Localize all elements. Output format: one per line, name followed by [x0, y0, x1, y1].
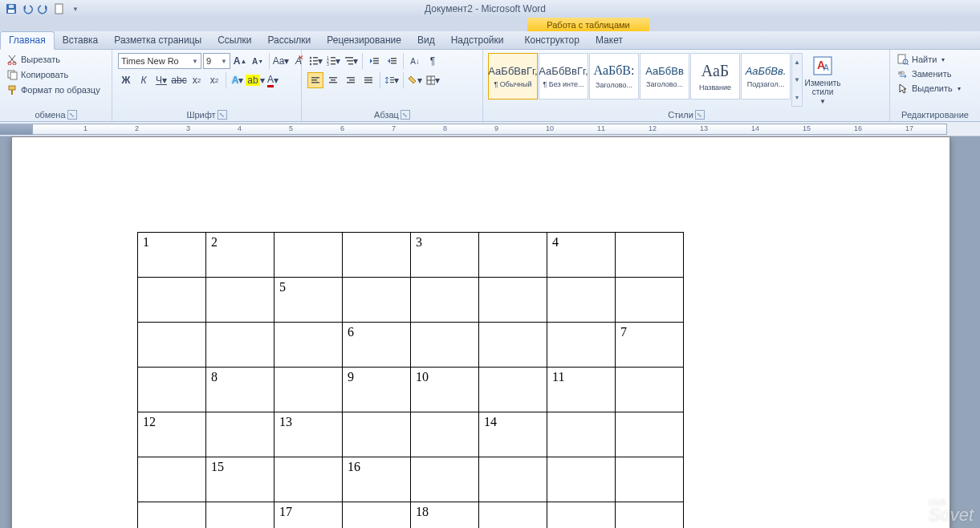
- align-right-button[interactable]: [343, 72, 359, 88]
- text-effects-button[interactable]: A▾: [230, 72, 246, 88]
- table-cell[interactable]: [411, 412, 479, 457]
- table-cell[interactable]: [274, 323, 343, 368]
- undo-icon[interactable]: [21, 2, 34, 15]
- redo-icon[interactable]: [37, 2, 50, 15]
- change-styles-button[interactable]: AA Изменить стили ▼: [804, 51, 841, 108]
- table-cell[interactable]: [479, 368, 547, 412]
- crossword-table[interactable]: 123456789101112131415161718: [137, 232, 684, 528]
- tab-references[interactable]: Ссылки: [209, 32, 259, 49]
- table-cell[interactable]: [138, 457, 206, 502]
- table-cell[interactable]: [343, 278, 411, 323]
- table-cell[interactable]: [547, 502, 616, 529]
- align-left-button[interactable]: [307, 72, 323, 88]
- format-painter-button[interactable]: Формат по образцу: [5, 83, 102, 96]
- table-cell[interactable]: 9: [343, 368, 411, 412]
- table-cell[interactable]: [547, 323, 616, 368]
- select-button[interactable]: Выделить▾: [896, 82, 962, 95]
- tab-page-layout[interactable]: Разметка страницы: [106, 32, 209, 49]
- save-icon[interactable]: [5, 2, 18, 15]
- table-cell[interactable]: 5: [274, 278, 343, 323]
- table-cell[interactable]: [547, 412, 616, 457]
- table-cell[interactable]: [479, 502, 547, 529]
- table-cell[interactable]: [138, 278, 206, 323]
- table-cell[interactable]: [411, 278, 479, 323]
- numbering-button[interactable]: 123▾: [325, 53, 341, 69]
- table-cell[interactable]: [616, 278, 684, 323]
- shrink-font-button[interactable]: A▼: [250, 53, 266, 69]
- table-cell[interactable]: 12: [138, 412, 206, 457]
- table-cell[interactable]: 18: [411, 502, 479, 529]
- shading-button[interactable]: ▾: [407, 72, 423, 88]
- strikethrough-button[interactable]: abc: [171, 72, 187, 88]
- superscript-button[interactable]: x2: [206, 72, 222, 88]
- page[interactable]: 123456789101112131415161718: [11, 136, 950, 528]
- qat-dropdown-icon[interactable]: ▼: [69, 2, 82, 15]
- tab-table-layout[interactable]: Макет: [588, 32, 631, 49]
- grow-font-button[interactable]: A▲: [232, 53, 248, 69]
- highlight-button[interactable]: ab▾: [247, 72, 263, 88]
- table-cell[interactable]: 17: [274, 502, 343, 529]
- table-cell[interactable]: [616, 412, 684, 457]
- tab-mailings[interactable]: Рассылки: [259, 32, 319, 49]
- cut-button[interactable]: Вырезать: [5, 53, 102, 66]
- table-cell[interactable]: 6: [343, 323, 411, 368]
- style-no-spacing[interactable]: АаБбВвГг,¶ Без инте...: [539, 53, 588, 100]
- clipboard-launcher[interactable]: ⤡: [67, 110, 77, 120]
- table-cell[interactable]: 8: [206, 368, 274, 412]
- table-cell[interactable]: 10: [411, 368, 479, 412]
- table-cell[interactable]: [479, 323, 547, 368]
- bold-button[interactable]: Ж: [118, 72, 134, 88]
- style-title[interactable]: АаБНазвание: [690, 53, 740, 100]
- style-subtitle[interactable]: АаБбВв.Подзагол...: [741, 53, 791, 100]
- replace-button[interactable]: ab Заменить: [896, 67, 962, 80]
- line-spacing-button[interactable]: ▾: [384, 72, 400, 88]
- table-cell[interactable]: [616, 502, 684, 529]
- font-color-button[interactable]: A▾: [265, 72, 281, 88]
- borders-button[interactable]: ▾: [425, 72, 441, 88]
- table-cell[interactable]: [206, 278, 274, 323]
- table-cell[interactable]: [616, 233, 684, 278]
- table-cell[interactable]: 14: [479, 412, 547, 457]
- multilevel-button[interactable]: ▾: [343, 53, 359, 69]
- justify-button[interactable]: [360, 72, 376, 88]
- italic-button[interactable]: К: [136, 72, 152, 88]
- table-cell[interactable]: [411, 323, 479, 368]
- table-cell[interactable]: [411, 457, 479, 502]
- table-cell[interactable]: [343, 412, 411, 457]
- table-cell[interactable]: [479, 457, 547, 502]
- table-cell[interactable]: 16: [343, 457, 411, 502]
- underline-button[interactable]: Ч▾: [153, 72, 169, 88]
- decrease-indent-button[interactable]: [366, 53, 382, 69]
- tab-home[interactable]: Главная: [0, 31, 55, 50]
- increase-indent-button[interactable]: [384, 53, 400, 69]
- table-cell[interactable]: [274, 233, 343, 278]
- font-name-combo[interactable]: Times New Ro▼: [118, 53, 201, 69]
- table-cell[interactable]: 1: [138, 233, 206, 278]
- tab-table-design[interactable]: Конструктор: [517, 32, 588, 49]
- table-cell[interactable]: [206, 412, 274, 457]
- styles-launcher[interactable]: ⤡: [695, 110, 705, 120]
- table-cell[interactable]: [138, 368, 206, 412]
- table-cell[interactable]: [547, 278, 616, 323]
- table-cell[interactable]: [343, 233, 411, 278]
- table-cell[interactable]: 15: [206, 457, 274, 502]
- show-marks-button[interactable]: ¶: [425, 53, 441, 69]
- gallery-more-icon[interactable]: ▾: [792, 88, 802, 106]
- font-size-combo[interactable]: 9▼: [203, 53, 230, 69]
- table-cell[interactable]: [138, 323, 206, 368]
- table-cell[interactable]: [479, 233, 547, 278]
- new-doc-icon[interactable]: [53, 2, 66, 15]
- style-heading2[interactable]: АаБбВвЗаголово...: [640, 53, 689, 100]
- table-cell[interactable]: [479, 278, 547, 323]
- table-cell[interactable]: [274, 457, 343, 502]
- gallery-down-icon[interactable]: ▼: [792, 71, 802, 89]
- bullets-button[interactable]: ▾: [307, 53, 323, 69]
- table-cell[interactable]: 11: [547, 368, 616, 412]
- table-cell[interactable]: 13: [274, 412, 343, 457]
- table-cell[interactable]: [206, 502, 274, 529]
- font-launcher[interactable]: ⤡: [218, 110, 227, 120]
- gallery-up-icon[interactable]: ▲: [792, 54, 802, 71]
- sort-button[interactable]: A↓: [407, 53, 423, 69]
- find-button[interactable]: Найти▾: [896, 53, 962, 66]
- table-cell[interactable]: 7: [616, 323, 684, 368]
